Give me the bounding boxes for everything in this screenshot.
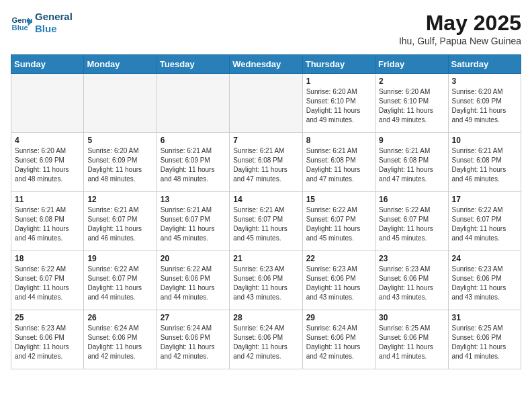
calendar-cell: 14Sunrise: 6:21 AM Sunset: 6:07 PM Dayli… (230, 192, 302, 251)
day-info: Sunrise: 6:20 AM Sunset: 6:09 PM Dayligh… (15, 146, 80, 184)
day-number: 23 (379, 254, 444, 263)
logo: General Blue General Blue (11, 11, 73, 35)
calendar-cell: 27Sunrise: 6:24 AM Sunset: 6:06 PM Dayli… (157, 310, 229, 369)
day-header-saturday: Saturday (448, 55, 521, 74)
day-number: 26 (87, 313, 152, 322)
week-row-4: 25Sunrise: 6:23 AM Sunset: 6:06 PM Dayli… (11, 310, 521, 369)
day-number: 24 (452, 254, 517, 263)
calendar-cell: 31Sunrise: 6:25 AM Sunset: 6:06 PM Dayli… (448, 310, 521, 369)
week-row-3: 18Sunrise: 6:22 AM Sunset: 6:07 PM Dayli… (11, 251, 521, 310)
calendar-cell: 18Sunrise: 6:22 AM Sunset: 6:07 PM Dayli… (11, 251, 84, 310)
week-row-1: 4Sunrise: 6:20 AM Sunset: 6:09 PM Daylig… (11, 133, 521, 192)
calendar-cell: 2Sunrise: 6:20 AM Sunset: 6:10 PM Daylig… (375, 74, 448, 133)
calendar-cell (11, 74, 84, 133)
day-number: 25 (15, 313, 80, 322)
day-info: Sunrise: 6:22 AM Sunset: 6:06 PM Dayligh… (161, 265, 226, 302)
day-header-tuesday: Tuesday (157, 55, 229, 74)
calendar-cell: 24Sunrise: 6:23 AM Sunset: 6:06 PM Dayli… (448, 251, 521, 310)
day-number: 30 (379, 313, 444, 322)
day-info: Sunrise: 6:21 AM Sunset: 6:08 PM Dayligh… (452, 146, 517, 184)
calendar-cell: 12Sunrise: 6:21 AM Sunset: 6:07 PM Dayli… (84, 192, 157, 251)
day-number: 4 (15, 136, 80, 145)
day-number: 10 (452, 136, 517, 145)
day-number: 27 (161, 313, 226, 322)
day-info: Sunrise: 6:22 AM Sunset: 6:07 PM Dayligh… (87, 265, 152, 302)
day-info: Sunrise: 6:21 AM Sunset: 6:07 PM Dayligh… (87, 205, 152, 243)
day-info: Sunrise: 6:21 AM Sunset: 6:08 PM Dayligh… (379, 146, 444, 184)
day-info: Sunrise: 6:21 AM Sunset: 6:07 PM Dayligh… (161, 205, 226, 243)
calendar-cell: 11Sunrise: 6:21 AM Sunset: 6:08 PM Dayli… (11, 192, 84, 251)
calendar-cell (157, 74, 229, 133)
title-block: May 2025 Ihu, Gulf, Papua New Guinea (399, 11, 521, 46)
calendar-cell: 19Sunrise: 6:22 AM Sunset: 6:07 PM Dayli… (84, 251, 157, 310)
calendar-cell (230, 74, 302, 133)
day-number: 28 (233, 313, 298, 322)
calendar-cell: 26Sunrise: 6:24 AM Sunset: 6:06 PM Dayli… (84, 310, 157, 369)
calendar-header-row: SundayMondayTuesdayWednesdayThursdayFrid… (11, 55, 521, 74)
calendar-cell: 15Sunrise: 6:22 AM Sunset: 6:07 PM Dayli… (302, 192, 375, 251)
day-info: Sunrise: 6:23 AM Sunset: 6:06 PM Dayligh… (306, 265, 371, 302)
day-info: Sunrise: 6:24 AM Sunset: 6:06 PM Dayligh… (233, 324, 298, 361)
day-header-friday: Friday (375, 55, 448, 74)
day-info: Sunrise: 6:25 AM Sunset: 6:06 PM Dayligh… (452, 324, 517, 361)
day-info: Sunrise: 6:22 AM Sunset: 6:07 PM Dayligh… (379, 205, 444, 243)
day-header-sunday: Sunday (11, 55, 84, 74)
day-info: Sunrise: 6:22 AM Sunset: 6:07 PM Dayligh… (306, 205, 371, 243)
calendar-cell: 10Sunrise: 6:21 AM Sunset: 6:08 PM Dayli… (448, 133, 521, 192)
day-info: Sunrise: 6:20 AM Sunset: 6:09 PM Dayligh… (87, 146, 152, 184)
calendar-cell: 28Sunrise: 6:24 AM Sunset: 6:06 PM Dayli… (230, 310, 302, 369)
page-header: General Blue General Blue May 2025 Ihu, … (11, 11, 521, 46)
calendar-cell: 3Sunrise: 6:20 AM Sunset: 6:09 PM Daylig… (448, 74, 521, 133)
calendar-table: SundayMondayTuesdayWednesdayThursdayFrid… (11, 54, 521, 369)
day-header-wednesday: Wednesday (230, 55, 302, 74)
calendar-cell: 4Sunrise: 6:20 AM Sunset: 6:09 PM Daylig… (11, 133, 84, 192)
calendar-cell: 5Sunrise: 6:20 AM Sunset: 6:09 PM Daylig… (84, 133, 157, 192)
calendar-cell: 7Sunrise: 6:21 AM Sunset: 6:08 PM Daylig… (230, 133, 302, 192)
day-number: 29 (306, 313, 371, 322)
calendar-cell: 6Sunrise: 6:21 AM Sunset: 6:09 PM Daylig… (157, 133, 229, 192)
day-info: Sunrise: 6:24 AM Sunset: 6:06 PM Dayligh… (87, 324, 152, 361)
calendar-cell: 17Sunrise: 6:22 AM Sunset: 6:07 PM Dayli… (448, 192, 521, 251)
day-info: Sunrise: 6:23 AM Sunset: 6:06 PM Dayligh… (379, 265, 444, 302)
calendar-cell: 21Sunrise: 6:23 AM Sunset: 6:06 PM Dayli… (230, 251, 302, 310)
day-info: Sunrise: 6:21 AM Sunset: 6:08 PM Dayligh… (306, 146, 371, 184)
calendar-cell: 30Sunrise: 6:25 AM Sunset: 6:06 PM Dayli… (375, 310, 448, 369)
day-number: 21 (233, 254, 298, 263)
day-info: Sunrise: 6:23 AM Sunset: 6:06 PM Dayligh… (15, 324, 80, 361)
day-number: 1 (306, 77, 371, 86)
day-number: 14 (233, 195, 298, 204)
calendar-cell: 16Sunrise: 6:22 AM Sunset: 6:07 PM Dayli… (375, 192, 448, 251)
day-info: Sunrise: 6:20 AM Sunset: 6:09 PM Dayligh… (452, 87, 517, 125)
month-title: May 2025 (399, 11, 521, 36)
day-number: 7 (233, 136, 298, 145)
day-number: 9 (379, 136, 444, 145)
calendar-cell: 9Sunrise: 6:21 AM Sunset: 6:08 PM Daylig… (375, 133, 448, 192)
day-number: 13 (161, 195, 226, 204)
day-number: 3 (452, 77, 517, 86)
day-number: 11 (15, 195, 80, 204)
day-info: Sunrise: 6:22 AM Sunset: 6:07 PM Dayligh… (452, 205, 517, 243)
day-info: Sunrise: 6:24 AM Sunset: 6:06 PM Dayligh… (306, 324, 371, 361)
calendar-cell: 20Sunrise: 6:22 AM Sunset: 6:06 PM Dayli… (157, 251, 229, 310)
day-info: Sunrise: 6:21 AM Sunset: 6:08 PM Dayligh… (233, 146, 298, 184)
day-number: 12 (87, 195, 152, 204)
logo-general: General (35, 11, 73, 23)
week-row-0: 1Sunrise: 6:20 AM Sunset: 6:10 PM Daylig… (11, 74, 521, 133)
day-info: Sunrise: 6:21 AM Sunset: 6:07 PM Dayligh… (233, 205, 298, 243)
day-number: 18 (15, 254, 80, 263)
calendar-cell: 23Sunrise: 6:23 AM Sunset: 6:06 PM Dayli… (375, 251, 448, 310)
day-info: Sunrise: 6:22 AM Sunset: 6:07 PM Dayligh… (15, 265, 80, 302)
day-info: Sunrise: 6:20 AM Sunset: 6:10 PM Dayligh… (379, 87, 444, 125)
day-number: 8 (306, 136, 371, 145)
calendar-cell (84, 74, 157, 133)
calendar-cell: 13Sunrise: 6:21 AM Sunset: 6:07 PM Dayli… (157, 192, 229, 251)
calendar-cell: 25Sunrise: 6:23 AM Sunset: 6:06 PM Dayli… (11, 310, 84, 369)
day-info: Sunrise: 6:21 AM Sunset: 6:09 PM Dayligh… (161, 146, 226, 184)
day-number: 16 (379, 195, 444, 204)
day-header-thursday: Thursday (302, 55, 375, 74)
day-number: 20 (161, 254, 226, 263)
svg-text:Blue: Blue (12, 24, 28, 32)
calendar-cell: 8Sunrise: 6:21 AM Sunset: 6:08 PM Daylig… (302, 133, 375, 192)
calendar-body: 1Sunrise: 6:20 AM Sunset: 6:10 PM Daylig… (11, 74, 521, 369)
day-number: 15 (306, 195, 371, 204)
